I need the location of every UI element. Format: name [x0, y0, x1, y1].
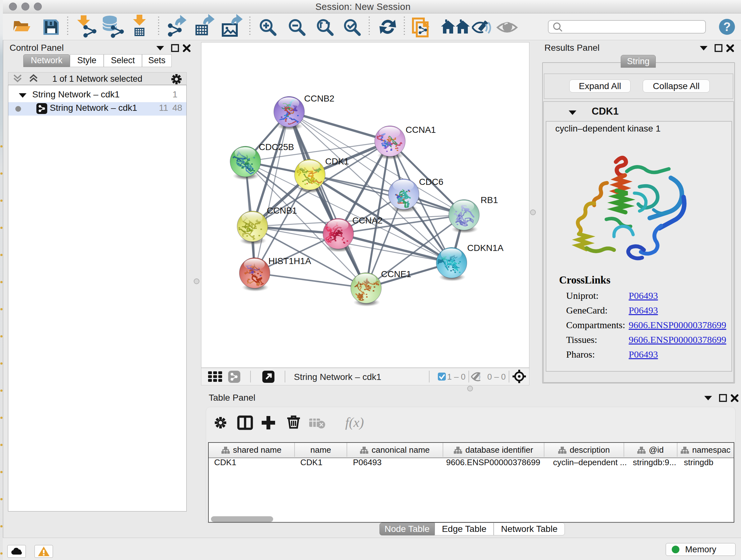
svg-text:CCNB1: CCNB1 — [267, 206, 297, 215]
svg-text:RB1: RB1 — [481, 195, 498, 205]
svg-text:1 – 0: 1 – 0 — [447, 372, 466, 381]
svg-text:CDC6: CDC6 — [419, 177, 443, 187]
svg-text:?: ? — [723, 20, 731, 34]
svg-text:CCNA2: CCNA2 — [352, 215, 383, 226]
svg-text:CCNB2: CCNB2 — [304, 94, 334, 104]
svg-text:CDKN1A: CDKN1A — [467, 243, 503, 253]
svg-text:CCNE1: CCNE1 — [381, 269, 411, 279]
svg-text:String Network – cdk1: String Network – cdk1 — [294, 372, 381, 382]
svg-text:CDC25B: CDC25B — [259, 142, 294, 152]
svg-text:CDK1: CDK1 — [325, 157, 349, 166]
svg-text:f(x): f(x) — [345, 415, 364, 430]
svg-text:CCNA1: CCNA1 — [406, 125, 436, 135]
svg-text:0 – 0: 0 – 0 — [487, 372, 506, 381]
svg-text:HIST1H1A: HIST1H1A — [268, 256, 311, 266]
